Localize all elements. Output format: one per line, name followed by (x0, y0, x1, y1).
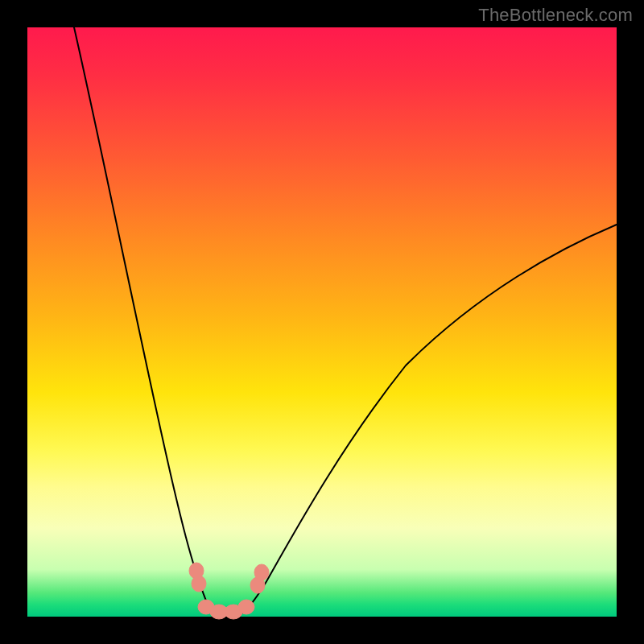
watermark-text: TheBottleneck.com (478, 5, 633, 26)
marker-dot (192, 576, 206, 592)
gradient-plot-area (27, 27, 617, 617)
curve-left-branch (74, 27, 217, 615)
marker-dot (238, 600, 254, 614)
curve-right-branch (238, 225, 617, 615)
curve-layer (27, 27, 617, 617)
data-markers (189, 563, 269, 619)
marker-dot (254, 564, 269, 580)
